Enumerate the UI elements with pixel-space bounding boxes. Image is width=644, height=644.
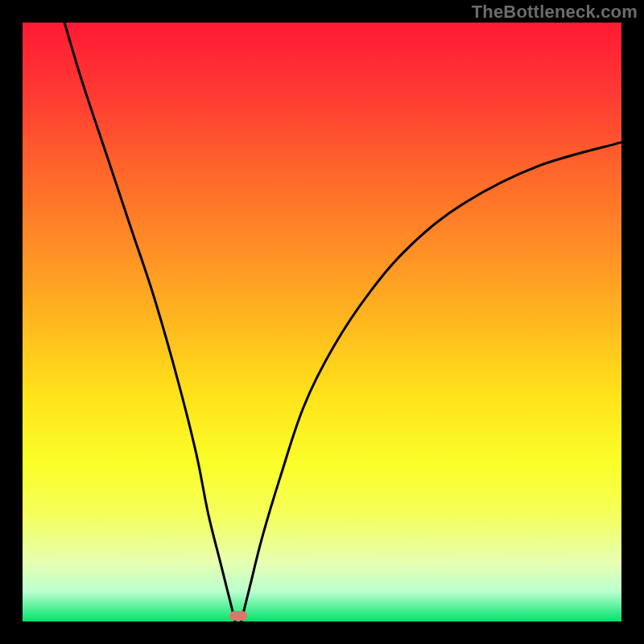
bottleneck-curve-right (242, 142, 621, 621)
optimum-marker (229, 611, 247, 621)
curve-svg (23, 23, 621, 621)
bottleneck-curve-left (64, 23, 235, 621)
watermark-text: TheBottleneck.com (472, 2, 638, 23)
plot-area (23, 23, 621, 621)
chart-frame: TheBottleneck.com (0, 0, 644, 644)
